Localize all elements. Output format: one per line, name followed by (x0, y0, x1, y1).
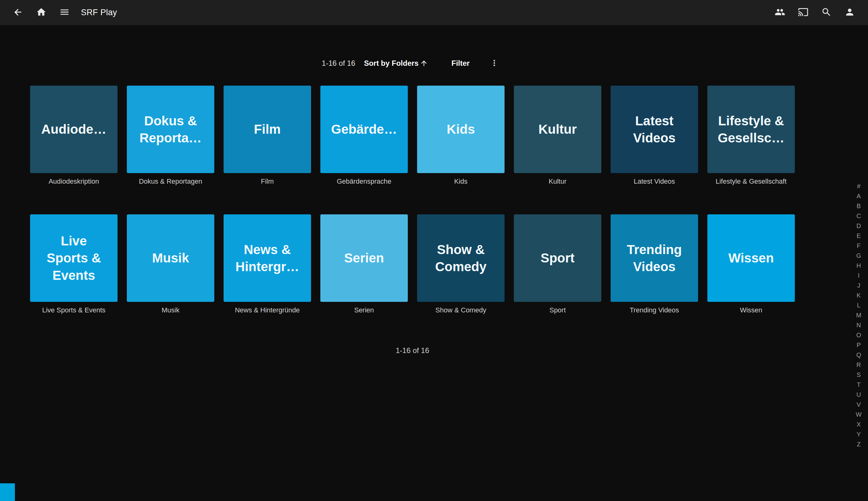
home-icon (36, 7, 46, 18)
library-page: 1-16 of 16 Sort by Folders Filter Audiod… (30, 55, 795, 355)
tile-title: Audiode… (33, 121, 115, 138)
tile-caption: Musik (127, 306, 214, 315)
cast-button[interactable] (791, 1, 815, 24)
alphabet-letter[interactable]: I (853, 270, 865, 280)
tile-caption: Film (224, 177, 311, 186)
tile-card[interactable]: Sport (514, 214, 601, 302)
alphabet-letter[interactable]: G (853, 250, 865, 260)
menu-icon (59, 7, 70, 18)
tile-card[interactable]: Live Sports & Events (30, 214, 118, 302)
tile-card[interactable]: News & Hintergr… (224, 214, 311, 302)
library-item: Gebärde… Gebärdensprache (321, 86, 408, 186)
tile-title: Sport (532, 249, 583, 266)
tile-card[interactable]: Show & Comedy (417, 214, 504, 302)
alphabet-picker: #ABCDEFGHIJKLMNOPQRSTUVWXYZ (853, 181, 865, 449)
library-item: Sport Sport (514, 214, 601, 315)
search-icon (821, 7, 832, 18)
alphabet-letter[interactable]: R (853, 360, 865, 370)
tile-card[interactable]: Serien (321, 214, 408, 302)
library-item: Musik Musik (127, 214, 214, 315)
cast-icon (798, 7, 809, 18)
alphabet-letter[interactable]: H (853, 260, 865, 270)
tile-title: Show & Comedy (417, 241, 504, 276)
arrow-up-icon (419, 59, 428, 67)
tile-caption: Audiodeskription (30, 177, 118, 186)
library-item: Trending Videos Trending Videos (611, 214, 698, 315)
tile-caption: Kultur (514, 177, 601, 186)
tile-caption: Wissen (707, 306, 795, 315)
alphabet-letter[interactable]: # (853, 181, 865, 191)
sort-button[interactable]: Sort by Folders (358, 56, 434, 71)
user-button[interactable] (838, 1, 861, 24)
tile-card[interactable]: Kultur (514, 86, 601, 173)
filter-button-label: Filter (452, 59, 470, 68)
library-item: Serien Serien (321, 214, 408, 315)
bottom-left-accent (0, 483, 15, 501)
tile-card[interactable]: Trending Videos (611, 214, 698, 302)
tile-card[interactable]: Film (224, 86, 311, 173)
tile-caption: Gebärdensprache (321, 177, 408, 186)
alphabet-letter[interactable]: C (853, 211, 865, 221)
tile-title: Latest Videos (611, 112, 698, 147)
tile-card[interactable]: Kids (417, 86, 504, 173)
search-button[interactable] (815, 1, 838, 24)
alphabet-letter[interactable]: Z (853, 439, 865, 449)
user-icon (844, 7, 855, 18)
library-item: Live Sports & Events Live Sports & Event… (30, 214, 118, 315)
tile-card[interactable]: Dokus & Reporta… (127, 86, 214, 173)
tile-caption: Live Sports & Events (30, 306, 118, 315)
alphabet-letter[interactable]: V (853, 399, 865, 409)
alphabet-letter[interactable]: K (853, 290, 865, 300)
tile-card[interactable]: Latest Videos (611, 86, 698, 173)
alphabet-letter[interactable]: T (853, 380, 865, 390)
alphabet-letter[interactable]: D (853, 221, 865, 231)
alphabet-letter[interactable]: U (853, 390, 865, 399)
tile-title: Live Sports & Events (30, 232, 118, 284)
library-item: Latest Videos Latest Videos (611, 86, 698, 186)
alphabet-letter[interactable]: M (853, 310, 865, 320)
tile-card[interactable]: Lifestyle & Gesellsc… (707, 86, 795, 173)
alphabet-letter[interactable]: O (853, 330, 865, 340)
tile-card[interactable]: Wissen (707, 214, 795, 302)
tile-title: Kids (438, 121, 483, 138)
tile-caption: Latest Videos (611, 177, 698, 186)
alphabet-letter[interactable]: W (853, 409, 865, 419)
alphabet-letter[interactable]: Y (853, 429, 865, 439)
library-item: Dokus & Reporta… Dokus & Reportagen (127, 86, 214, 186)
tile-title: Trending Videos (611, 241, 698, 276)
tile-card[interactable]: Audiode… (30, 86, 118, 173)
alphabet-letter[interactable]: Q (853, 350, 865, 360)
alphabet-letter[interactable]: N (853, 320, 865, 330)
library-item: News & Hintergr… News & Hintergründe (224, 214, 311, 315)
alphabet-letter[interactable]: F (853, 241, 865, 250)
item-count-bottom: 1-16 of 16 (30, 346, 795, 355)
back-icon (13, 7, 23, 18)
tile-title: Lifestyle & Gesellsc… (707, 112, 795, 147)
tile-card[interactable]: Gebärde… (321, 86, 408, 173)
more-options-button[interactable] (486, 55, 503, 72)
alphabet-letter[interactable]: S (853, 370, 865, 380)
home-button[interactable] (30, 1, 53, 24)
alphabet-letter[interactable]: P (853, 340, 865, 350)
alphabet-letter[interactable]: J (853, 280, 865, 290)
syncplay-button[interactable] (768, 1, 791, 24)
tile-card[interactable]: Musik (127, 214, 214, 302)
tile-caption: Sport (514, 306, 601, 315)
tile-title: Gebärde… (323, 121, 405, 138)
tile-caption: News & Hintergründe (224, 306, 311, 315)
alphabet-letter[interactable]: X (853, 419, 865, 429)
alphabet-letter[interactable]: E (853, 231, 865, 241)
tile-caption: Trending Videos (611, 306, 698, 315)
alphabet-letter[interactable]: L (853, 300, 865, 310)
tile-caption: Kids (417, 177, 504, 186)
tile-title: Musik (144, 249, 197, 266)
alphabet-letter[interactable]: A (853, 191, 865, 201)
library-item: Lifestyle & Gesellsc… Lifestyle & Gesell… (707, 86, 795, 186)
library-item: Wissen Wissen (707, 214, 795, 315)
back-button[interactable] (6, 1, 30, 24)
sort-button-label: Sort by Folders (364, 59, 419, 68)
tile-title: Film (246, 121, 289, 138)
alphabet-letter[interactable]: B (853, 201, 865, 211)
filter-button[interactable]: Filter (446, 56, 475, 71)
menu-button[interactable] (53, 1, 76, 24)
